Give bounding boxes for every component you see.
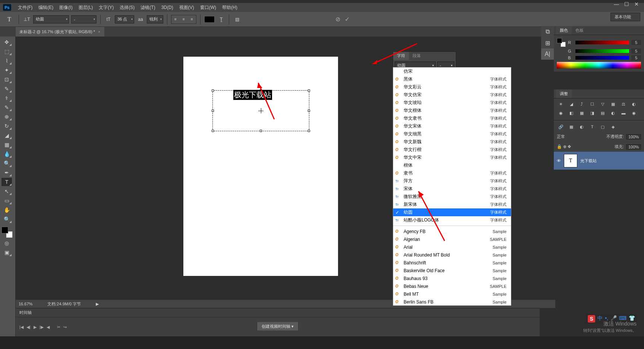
levels-adj-icon[interactable]: ◢ <box>567 101 575 107</box>
font-option[interactable]: OBahnschriftSample <box>393 259 511 267</box>
text-orientation-button[interactable]: ⊥T <box>23 15 31 23</box>
pen-tool[interactable]: ✒ <box>1 169 12 177</box>
bw-adj-icon[interactable]: ◐ <box>630 101 638 107</box>
font-option[interactable]: Tr萍方字体样式 <box>393 177 511 185</box>
menu-image[interactable]: 图像(I) <box>56 4 75 11</box>
blue-slider[interactable] <box>575 56 629 60</box>
lock-icons[interactable]: 🔒 ⊕ ✥ <box>557 144 571 149</box>
timeline-next-button[interactable]: |▶ <box>40 325 44 330</box>
warp-text-button[interactable]: T̰ <box>217 15 225 23</box>
font-option[interactable]: O华文琥珀字体样式 <box>393 99 511 107</box>
font-option[interactable]: OBauhaus 93Sample <box>393 274 511 282</box>
healing-brush-tool[interactable]: ⚕ <box>1 94 12 102</box>
marquee-tool[interactable]: ⬚ <box>1 47 12 56</box>
timeline-last-button[interactable]: ◀ <box>47 325 50 330</box>
gradient-map-adj-icon[interactable]: ▬ <box>619 110 628 116</box>
font-option[interactable]: O华文仿宋字体样式 <box>393 91 511 99</box>
posterize-adj-icon[interactable]: ▤ <box>599 110 607 116</box>
green-value[interactable]: 5 <box>631 48 641 54</box>
pixel-layer-icon[interactable]: ▦ <box>567 123 575 130</box>
menu-help[interactable]: 帮助(H) <box>219 4 240 11</box>
timeline-prev-button[interactable]: ◀| <box>26 325 31 330</box>
minimize-button[interactable]: — <box>614 1 619 7</box>
font-dropdown-list[interactable]: 仿宋O黑体字体样式O华文彩云字体样式O华文仿宋字体样式O华文琥珀字体样式O华文楷… <box>393 67 511 306</box>
document-info[interactable]: 文档:24.9M/0 字节 <box>47 301 81 307</box>
font-option[interactable]: O华文细黑字体样式 <box>393 130 511 138</box>
timeline-transition-button[interactable]: ↪ <box>63 325 67 330</box>
brush-tool[interactable]: ✎ <box>1 103 12 111</box>
menu-view[interactable]: 视图(V) <box>176 4 197 11</box>
document-tab-close[interactable]: × <box>98 29 100 34</box>
align-left-button[interactable]: ≡ <box>171 15 180 23</box>
menu-file[interactable]: 文件(F) <box>15 4 35 11</box>
font-option[interactable]: OBell MTSample <box>393 290 511 298</box>
exposure-adj-icon[interactable]: ☐ <box>588 101 596 107</box>
font-option[interactable]: Tr新宋体字体样式 <box>393 201 511 208</box>
font-option[interactable]: 楷体 <box>393 161 511 169</box>
blend-mode-dropdown[interactable]: 正常 <box>557 134 565 139</box>
properties-panel-icon[interactable]: ⊞ <box>541 37 554 48</box>
lookup-adj-icon[interactable]: ▦ <box>578 110 586 116</box>
text-tool[interactable]: T <box>1 178 12 186</box>
font-family-dropdown[interactable]: 幼圆 <box>33 15 69 23</box>
brightness-adj-icon[interactable]: ☀ <box>557 101 565 107</box>
path-selection-tool[interactable]: ↖ <box>1 187 12 195</box>
text-color-swatch[interactable] <box>204 16 215 23</box>
font-option[interactable]: Tr站酷小薇LOGO体字体样式 <box>393 216 511 224</box>
font-option[interactable]: OArialSample <box>393 243 511 251</box>
blue-value[interactable]: 5 <box>631 55 641 60</box>
selected-text[interactable]: 极光下载站 <box>233 90 272 100</box>
lasso-tool[interactable]: ⌇ <box>1 57 12 65</box>
red-slider[interactable] <box>575 41 629 44</box>
move-tool[interactable]: ✥ <box>1 38 12 46</box>
font-option[interactable]: OArial Rounded MT BoldSample <box>393 251 511 259</box>
magic-wand-tool[interactable]: ✦ <box>1 66 12 74</box>
font-option[interactable]: O华文楷体字体样式 <box>393 107 511 114</box>
clone-stamp-tool[interactable]: ⊕ <box>1 113 12 121</box>
channel-mixer-adj-icon[interactable]: ◧ <box>567 110 575 116</box>
layer-item-text[interactable]: 👁 T 光下载站 <box>554 152 644 170</box>
close-button[interactable]: ✕ <box>634 1 639 7</box>
fill-input[interactable] <box>626 144 641 150</box>
hand-tool[interactable]: ✋ <box>1 206 12 214</box>
font-option[interactable]: O隶书字体样式 <box>393 169 511 177</box>
color-picker[interactable] <box>1 227 13 238</box>
font-size-dropdown[interactable]: 36 点 <box>115 15 134 23</box>
adjustments-tab[interactable]: 调整 <box>556 89 572 98</box>
font-option[interactable]: OAlgerianSAMPLE <box>393 235 511 243</box>
font-option[interactable]: Tr宋体字体样式 <box>393 185 511 193</box>
status-arrow[interactable]: ▶ <box>96 302 99 306</box>
color-spectrum[interactable] <box>557 62 641 69</box>
character-panel-button[interactable]: ▤ <box>233 15 241 23</box>
curves-adj-icon[interactable]: ⤴ <box>578 101 586 107</box>
timeline-play-button[interactable]: ▶ <box>34 325 37 330</box>
document-tab[interactable]: 未标题-2 @ 16.7% (极光下载站, RGB/8) * × <box>16 27 104 37</box>
font-option[interactable]: OBaskerville Old FaceSample <box>393 267 511 274</box>
hue-adj-icon[interactable]: ▦ <box>609 101 617 107</box>
font-option[interactable]: O华文新魏字体样式 <box>393 138 511 146</box>
font-option[interactable]: OBerlin Sans FBSample <box>393 298 511 306</box>
font-option[interactable]: O华文彩云字体样式 <box>393 83 511 91</box>
paragraph-tab[interactable]: 段落 <box>409 52 424 60</box>
adj-layer-icon[interactable]: ◐ <box>578 123 586 130</box>
font-option[interactable]: Tr微软雅黑字体样式 <box>393 193 511 201</box>
align-right-button[interactable]: ≡ <box>188 15 196 23</box>
selective-color-adj-icon[interactable]: ◉ <box>630 110 638 116</box>
font-option[interactable]: O华文行楷字体样式 <box>393 146 511 154</box>
menu-type[interactable]: 文字(Y) <box>96 4 117 11</box>
layer-name[interactable]: 光下载站 <box>580 158 597 164</box>
green-slider[interactable] <box>575 49 629 53</box>
font-option[interactable]: O华文宋体字体样式 <box>393 122 511 130</box>
visibility-icon[interactable]: 👁 <box>557 158 561 163</box>
timeline-cut-button[interactable]: ✂ <box>57 325 60 330</box>
character-tab[interactable]: 字符 <box>393 52 409 60</box>
shape-tool[interactable]: ▭ <box>1 196 12 205</box>
font-style-dropdown[interactable]: - <box>71 15 97 23</box>
blur-tool[interactable]: 💧 <box>1 150 12 158</box>
timeline-first-button[interactable]: |◀ <box>19 325 23 330</box>
create-video-timeline-button[interactable]: 创建视频时间轴 ▾ <box>257 321 299 331</box>
opacity-input[interactable] <box>626 134 641 139</box>
color-balance-adj-icon[interactable]: ⚖ <box>619 101 628 107</box>
zoom-tool[interactable]: 🔍 <box>1 215 12 223</box>
eraser-tool[interactable]: ◢ <box>1 131 12 139</box>
